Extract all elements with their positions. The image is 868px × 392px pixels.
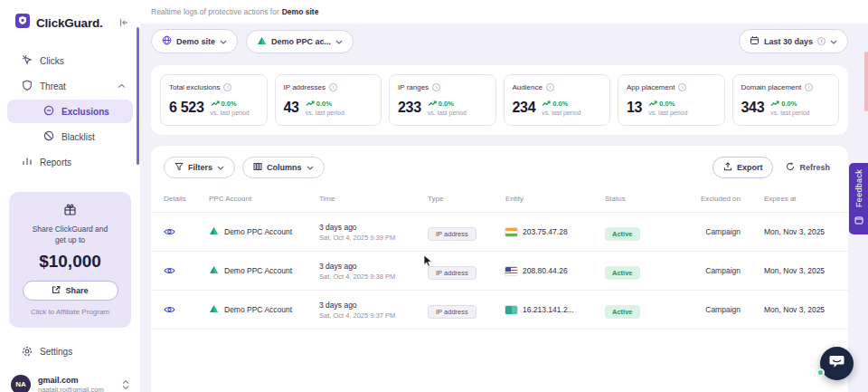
stat-change: 0.0% (781, 100, 797, 108)
chevron-down-icon (217, 163, 224, 172)
time-absolute: Sat, Oct 4, 2025 9:39 PM (319, 234, 428, 242)
trend-up-icon (648, 100, 657, 107)
refresh-button-label: Refresh (799, 163, 830, 172)
stat-label: IP addresses (284, 83, 326, 91)
info-icon[interactable] (432, 83, 440, 91)
stat-label: Total exclusions (169, 83, 220, 91)
collapse-sidebar-icon[interactable] (118, 17, 129, 28)
stat-card-audience: Audience 234 0.0%vs. last period (504, 74, 611, 126)
sidebar-item-exclusions[interactable]: Exclusions (7, 100, 133, 123)
info-icon[interactable] (805, 83, 813, 91)
column-header-ppc-account: PPC Account (209, 195, 319, 203)
table-row[interactable]: Demo PPC Account 3 days agoSat, Oct 4, 2… (151, 213, 848, 252)
info-icon[interactable] (678, 83, 686, 91)
sidebar-item-clicks[interactable]: Clicks (7, 49, 133, 72)
stat-card-ip-addresses: IP addresses 43 0.0%vs. last period (275, 74, 382, 126)
chevron-down-icon (830, 37, 837, 46)
stats-panel: Total exclusions 6 523 0.0%vs. last peri… (151, 65, 848, 135)
stat-change: 0.0% (552, 100, 568, 108)
calendar-icon (750, 35, 760, 47)
online-status-dot (816, 368, 825, 377)
refresh-button[interactable]: Refresh (780, 158, 835, 177)
refresh-icon (786, 162, 795, 173)
chat-icon (829, 355, 844, 372)
clickguard-logo-icon (14, 13, 31, 33)
affiliate-promo-card: Share ClickGuard and get up to $10,000 S… (9, 192, 131, 328)
chat-launcher-button[interactable] (820, 347, 854, 380)
ppc-platform-icon (257, 36, 267, 47)
view-details-button[interactable] (164, 263, 175, 278)
time-absolute: Sat, Oct 4, 2025 9:37 PM (319, 311, 428, 320)
sidebar-item-label: Blacklist (61, 132, 95, 142)
table-row[interactable]: Demo PPC Account 3 days agoSat, Oct 4, 2… (151, 291, 848, 330)
country-flag-icon (505, 306, 517, 314)
export-button[interactable]: Export (712, 157, 774, 178)
ppc-platform-icon (209, 265, 219, 276)
feedback-tab[interactable]: Feedback (849, 163, 868, 234)
view-details-button[interactable] (164, 224, 175, 239)
circle-minus-icon (43, 105, 54, 118)
chevron-down-icon (335, 37, 343, 46)
funnel-icon (175, 162, 184, 173)
site-selector[interactable]: Demo site (151, 29, 238, 53)
column-header-expires-at: Expires at (741, 195, 835, 203)
stat-value: 43 (284, 100, 299, 116)
prohibit-icon (43, 130, 54, 143)
trend-up-icon (306, 100, 315, 107)
share-icon (52, 285, 61, 296)
promo-text-line1: Share ClickGuard and (16, 225, 124, 234)
country-flag-icon (505, 267, 517, 275)
share-button[interactable]: Share (23, 281, 118, 301)
info-icon[interactable] (546, 83, 554, 91)
gear-icon (22, 346, 33, 359)
info-icon (817, 37, 826, 45)
page-scrollbar[interactable] (864, 52, 868, 111)
entity-value: 208.80.44.26 (523, 266, 568, 275)
selector-row: Demo site Demo PPC ac... Last 30 days (151, 29, 848, 53)
table-row[interactable]: Demo PPC Account 3 days agoSat, Oct 4, 2… (151, 252, 848, 291)
trend-up-icon (542, 100, 551, 107)
stat-change: 0.0% (659, 100, 675, 108)
stat-value: 6 523 (169, 100, 204, 116)
ppc-account-selector[interactable]: Demo PPC ac... (246, 30, 354, 53)
info-icon[interactable] (329, 83, 337, 91)
type-badge: IP address (428, 227, 476, 241)
subtitle-prefix: Realtime logs of protective actions for (151, 7, 279, 16)
account-switcher[interactable]: NA gmail.com naatali.ro@gmail.com (0, 366, 140, 392)
affiliate-program-link[interactable]: Click to Affiliate Program (16, 308, 124, 318)
time-relative: 3 days ago (319, 262, 428, 271)
stat-change: 0.0% (316, 100, 332, 108)
table-header-row: Details PPC Account Time Type Entity Sta… (151, 195, 848, 213)
stat-change: 0.0% (439, 100, 454, 108)
chevron-updown-icon (122, 379, 129, 390)
date-range-label: Last 30 days (764, 37, 813, 46)
sidebar-scrollbar[interactable] (137, 27, 139, 165)
feedback-icon (854, 212, 863, 228)
sidebar-item-settings[interactable]: Settings (7, 340, 133, 364)
filters-button[interactable]: Filters (164, 157, 235, 178)
main-content: Realtime logs of protective actions forD… (140, 0, 868, 392)
expires-at-value: Mon, Nov 3, 2025 (741, 266, 835, 275)
stat-period: vs. last period (306, 110, 344, 116)
stat-card-ip-ranges: IP ranges 233 0.0%vs. last period (389, 74, 496, 126)
sidebar-item-threat[interactable]: Threat (7, 74, 133, 98)
sidebar-item-label: Exclusions (61, 107, 109, 117)
sidebar-item-reports[interactable]: Reports (7, 150, 133, 174)
columns-button[interactable]: Columns (242, 157, 325, 178)
time-absolute: Sat, Oct 4, 2025 9:38 PM (319, 272, 428, 281)
column-header-excluded-on: Excluded on (679, 195, 741, 204)
stat-period: vs. last period (211, 110, 250, 116)
ppc-account-name: Demo PPC Account (224, 266, 292, 275)
clicks-icon (22, 54, 33, 67)
expires-at-value: Mon, Nov 3, 2025 (741, 305, 835, 314)
ppc-account-name: Demo PPC Account (224, 227, 292, 236)
columns-icon (253, 162, 262, 173)
shield-icon (22, 80, 33, 92)
view-details-button[interactable] (164, 301, 175, 317)
date-range-selector[interactable]: Last 30 days (739, 29, 848, 53)
column-header-type: Type (428, 195, 505, 203)
info-icon[interactable] (223, 83, 231, 91)
sidebar-item-blacklist[interactable]: Blacklist (7, 125, 133, 148)
column-header-entity: Entity (505, 195, 605, 203)
globe-icon (162, 35, 172, 47)
